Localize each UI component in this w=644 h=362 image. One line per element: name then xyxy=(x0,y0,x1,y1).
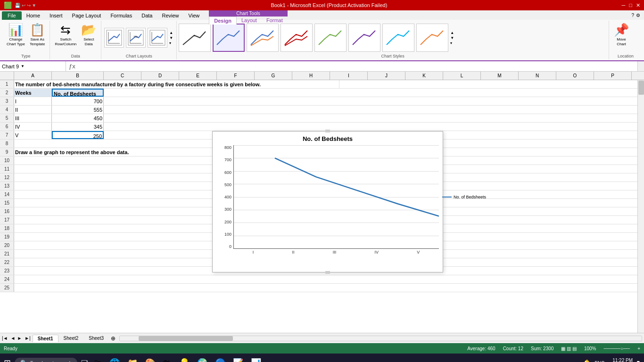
sheet-nav-last[interactable]: ►| xyxy=(23,336,33,341)
style-8[interactable] xyxy=(416,24,448,52)
show-desktop-btn[interactable]: ▮ xyxy=(636,359,640,362)
task-view-btn[interactable]: ❑ xyxy=(81,359,88,362)
tab-view[interactable]: View xyxy=(184,11,205,20)
sheet-tab-1[interactable]: Sheet1 xyxy=(33,335,58,342)
style-scroll-up[interactable]: ▲ xyxy=(450,31,454,35)
cell-a2[interactable]: Weeks xyxy=(14,89,52,97)
tab-insert[interactable]: Insert xyxy=(45,11,67,20)
select-data-btn[interactable]: 📂 SelectData xyxy=(79,22,98,54)
clock[interactable]: 11:22 PM 24-02-2021 xyxy=(609,358,633,362)
taskbar-app-browser[interactable]: 🌍 xyxy=(195,356,209,362)
cell-b4[interactable]: 555 xyxy=(52,106,104,114)
layout-2[interactable]: Title xyxy=(126,28,146,48)
maximize-btn[interactable]: □ xyxy=(629,2,632,8)
style-2-selected[interactable] xyxy=(213,24,245,52)
move-chart-btn[interactable]: 📌 MoveChart xyxy=(612,22,631,47)
tab-layout[interactable]: Layout xyxy=(237,16,262,25)
col-header-d[interactable]: D xyxy=(141,72,179,80)
col-header-i[interactable]: I xyxy=(330,72,368,80)
settings-icon[interactable]: ⚙ xyxy=(636,13,640,18)
save-as-template-btn[interactable]: 📋 Save AsTemplate xyxy=(28,22,47,54)
col-header-g[interactable]: G xyxy=(255,72,292,80)
col-header-m[interactable]: M xyxy=(481,72,519,80)
layout-1[interactable] xyxy=(104,28,124,48)
col-header-a[interactable]: A xyxy=(14,72,52,80)
style-3[interactable] xyxy=(247,24,279,52)
sheet-nav-first[interactable]: |◄ xyxy=(0,336,10,341)
formula-input[interactable] xyxy=(78,64,637,69)
chart-resize-bottom[interactable] xyxy=(325,271,330,274)
taskbar-app-paint[interactable]: 🎨 xyxy=(143,356,157,362)
name-box[interactable]: Chart 9 ▼ xyxy=(0,61,66,71)
taskbar-app-files[interactable]: 📁 xyxy=(125,356,140,362)
style-6[interactable] xyxy=(348,24,380,52)
col-header-h[interactable]: H xyxy=(292,72,330,80)
tab-page-layout[interactable]: Page Layout xyxy=(67,11,106,20)
layout-dropdown[interactable]: ▾ xyxy=(169,41,173,45)
taskbar-app-edge[interactable]: 🌐 xyxy=(107,356,122,362)
style-1[interactable] xyxy=(179,24,211,52)
cell-a6[interactable]: IV xyxy=(14,123,52,131)
style-scroll[interactable]: ▲ ▼ ▾ xyxy=(450,31,454,45)
taskbar-app-unknown1[interactable]: 💡 xyxy=(177,356,191,362)
col-header-p[interactable]: P xyxy=(594,72,632,80)
sheet-tab-2[interactable]: Sheet2 xyxy=(58,334,84,342)
layout-scroll-down[interactable]: ▼ xyxy=(169,36,173,40)
style-dropdown[interactable]: ▾ xyxy=(450,41,454,45)
cell-a1[interactable]: The number of bed-sheets manufactured by… xyxy=(14,80,339,88)
style-5[interactable] xyxy=(314,24,347,52)
tab-design[interactable]: Design xyxy=(209,16,237,25)
cell-a5[interactable]: III xyxy=(14,114,52,122)
col-header-c[interactable]: C xyxy=(104,72,141,80)
add-sheet-btn[interactable]: ⊕ xyxy=(109,335,117,342)
style-4[interactable] xyxy=(281,24,313,52)
col-header-j[interactable]: J xyxy=(368,72,405,80)
col-header-l[interactable]: L xyxy=(443,72,481,80)
cell-b5[interactable]: 450 xyxy=(52,114,104,122)
name-box-dropdown-icon[interactable]: ▼ xyxy=(21,64,25,68)
scroll-thumb-v[interactable] xyxy=(638,81,644,95)
windows-start-btn[interactable]: ⊞ xyxy=(4,358,11,362)
layout-scroll-up[interactable]: ▲ xyxy=(169,31,173,35)
layout-3[interactable] xyxy=(148,28,167,48)
col-header-k[interactable]: K xyxy=(405,72,443,80)
sheet-tab-3[interactable]: Sheet3 xyxy=(83,334,109,342)
cell-b6[interactable]: 345 xyxy=(52,123,104,131)
col-header-q[interactable]: Q xyxy=(632,72,644,80)
chart-container[interactable]: No. of Bedsheets 800 700 600 500 400 300… xyxy=(212,131,443,272)
taskbar-app-store[interactable]: 🛍 xyxy=(161,356,173,362)
tab-home[interactable]: Home xyxy=(22,11,45,20)
cell-a3[interactable]: I xyxy=(14,97,52,105)
notification-icon[interactable]: 🔔 xyxy=(583,359,591,362)
minimize-btn[interactable]: ─ xyxy=(622,2,626,8)
tab-formulas[interactable]: Formulas xyxy=(106,11,137,20)
layout-scroll[interactable]: ▲ ▼ ▾ xyxy=(169,31,173,45)
taskbar-app-explorer[interactable]: 🗂 xyxy=(91,356,104,362)
zoom-in-btn[interactable]: + xyxy=(637,346,640,351)
title-bar-controls[interactable]: ─ □ ✕ xyxy=(622,2,640,8)
tab-file[interactable]: File xyxy=(2,11,22,20)
tab-format[interactable]: Format xyxy=(262,16,288,25)
chart-resize-top[interactable] xyxy=(325,130,330,132)
col-header-n[interactable]: N xyxy=(519,72,556,80)
taskbar-app-excel[interactable]: 📊 xyxy=(249,356,263,362)
col-header-o[interactable]: O xyxy=(556,72,594,80)
help-icon[interactable]: ? xyxy=(631,13,634,18)
change-chart-type-btn[interactable]: 📊 ChangeChart Type xyxy=(5,22,27,54)
taskbar-search-box[interactable]: 🔍 Type here to search xyxy=(15,358,77,362)
switch-row-col-btn[interactable]: ⇆ SwitchRow/Column xyxy=(53,22,78,54)
cell-b3[interactable]: 700 xyxy=(52,97,104,105)
horizontal-scrollbar[interactable] xyxy=(119,336,642,341)
tab-review[interactable]: Review xyxy=(157,11,183,20)
taskbar-app-word[interactable]: 📝 xyxy=(231,356,245,362)
sheet-nav-prev[interactable]: ◄ xyxy=(10,336,17,341)
close-btn[interactable]: ✕ xyxy=(636,2,640,8)
cell-a4[interactable]: II xyxy=(14,106,52,114)
cell-b2[interactable]: No. of Bedsheets xyxy=(52,89,104,97)
style-7[interactable] xyxy=(382,24,414,52)
scroll-thumb-h[interactable] xyxy=(139,336,233,341)
taskbar-app-chrome[interactable]: 🔵 xyxy=(213,356,227,362)
sheet-nav-next[interactable]: ► xyxy=(16,336,23,341)
cell-a7[interactable]: V xyxy=(14,131,52,139)
formula-bar-scroll[interactable] xyxy=(637,61,644,71)
